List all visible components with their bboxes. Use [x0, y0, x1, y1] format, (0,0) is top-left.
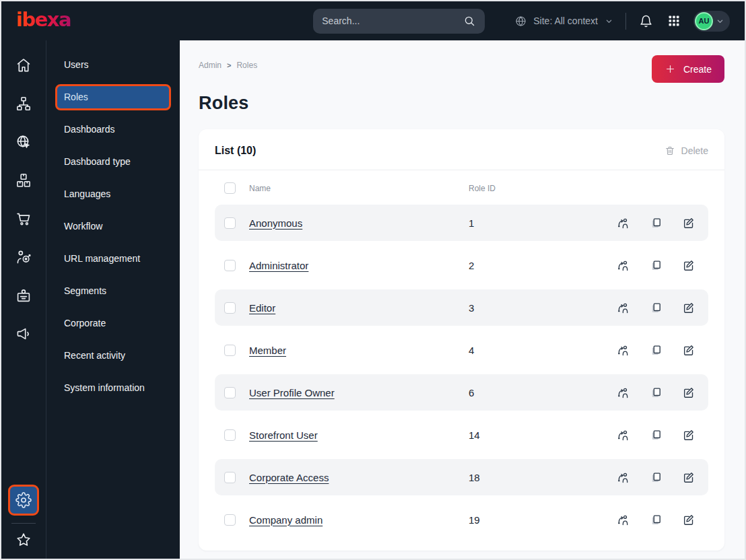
role-name-link[interactable]: Editor	[249, 302, 275, 314]
sidebar-nav-site[interactable]	[1, 123, 46, 161]
role-name-link[interactable]: Storefront User	[249, 429, 318, 441]
copy-button[interactable]	[650, 429, 663, 442]
edit-icon	[682, 302, 695, 314]
role-name-link[interactable]: Corporate Access	[249, 472, 329, 483]
edit-button[interactable]	[682, 429, 695, 442]
delete-button[interactable]: Delete	[665, 145, 708, 156]
assign-user-button[interactable]	[617, 386, 630, 399]
notifications-button[interactable]	[638, 13, 654, 30]
menu-item-url-management[interactable]: URL management	[55, 246, 171, 272]
copy-button[interactable]	[650, 386, 663, 399]
edit-button[interactable]	[682, 302, 695, 314]
edit-button[interactable]	[682, 217, 695, 230]
edit-button[interactable]	[682, 386, 695, 399]
copy-icon	[650, 302, 663, 314]
search-input[interactable]	[322, 15, 458, 26]
table-header: Name Role ID	[215, 170, 708, 205]
create-button[interactable]: Create	[652, 55, 724, 83]
role-name-link[interactable]: User Profile Owner	[249, 387, 335, 398]
role-id-value: 3	[469, 302, 617, 314]
sidebar-nav-home[interactable]	[1, 46, 46, 84]
apps-grid-button[interactable]	[666, 13, 682, 29]
row-checkbox[interactable]	[224, 514, 236, 526]
row-checkbox[interactable]	[224, 260, 236, 271]
main-content: Admin>Roles Create Roles List (10) Delet…	[180, 40, 745, 559]
role-name-link[interactable]: Administrator	[249, 260, 308, 271]
edit-button[interactable]	[682, 471, 695, 484]
app-window: ibexa Site: All context AU	[0, 0, 746, 560]
table-row: Company admin19	[215, 501, 708, 538]
edit-button[interactable]	[682, 514, 695, 526]
menu-item-roles[interactable]: Roles	[55, 84, 171, 110]
copy-button[interactable]	[650, 217, 663, 230]
select-all-checkbox[interactable]	[224, 182, 236, 194]
search-icon[interactable]	[463, 15, 476, 28]
menu-item-languages[interactable]: Languages	[55, 181, 171, 207]
copy-button[interactable]	[650, 259, 663, 272]
copy-button[interactable]	[650, 514, 663, 526]
product-catalog-icon	[15, 172, 32, 188]
chevron-down-icon	[715, 16, 725, 26]
assign-user-icon	[617, 259, 630, 272]
assign-user-button[interactable]	[617, 259, 630, 272]
breadcrumb-item-admin[interactable]: Admin	[199, 61, 222, 70]
sidebar-nav-admin-gear-highlighted[interactable]	[8, 485, 39, 516]
breadcrumb-item-roles[interactable]: Roles	[236, 61, 257, 70]
user-menu[interactable]: AU	[693, 11, 730, 32]
role-id-value: 6	[469, 387, 617, 398]
menu-item-dashboards[interactable]: Dashboards	[55, 116, 171, 143]
topbar: ibexa Site: All context AU	[1, 1, 745, 40]
assign-user-icon	[617, 514, 630, 526]
icon-sidebar	[1, 40, 46, 559]
assign-user-button[interactable]	[617, 217, 630, 230]
table-row: Storefront User14	[215, 417, 708, 453]
row-checkbox[interactable]	[224, 217, 236, 229]
row-checkbox[interactable]	[224, 472, 236, 483]
copy-icon	[650, 429, 663, 442]
table-row: Corporate Access18	[215, 459, 708, 495]
menu-item-segments[interactable]: Segments	[55, 278, 171, 304]
sidebar-nav-content-structure[interactable]	[1, 84, 46, 123]
edit-button[interactable]	[682, 344, 695, 357]
edit-button[interactable]	[682, 259, 695, 272]
site-context-selector[interactable]: Site: All context	[514, 15, 614, 28]
edit-icon	[682, 386, 695, 399]
table-row: User Profile Owner6	[215, 374, 708, 411]
menu-item-corporate[interactable]: Corporate	[55, 310, 171, 337]
menu-item-users[interactable]: Users	[55, 52, 171, 78]
assign-user-button[interactable]	[617, 471, 630, 484]
avatar: AU	[695, 12, 713, 30]
globe-icon	[514, 15, 527, 28]
role-id-value: 4	[469, 345, 617, 356]
copy-button[interactable]	[650, 471, 663, 484]
edit-icon	[682, 344, 695, 357]
menu-item-dashboard-type[interactable]: Dashboard type	[55, 149, 171, 175]
menu-item-system-information[interactable]: System information	[55, 375, 171, 401]
role-name-link[interactable]: Company admin	[249, 514, 323, 526]
menu-item-recent-activity[interactable]: Recent activity	[55, 343, 171, 369]
role-name-link[interactable]: Member	[249, 345, 286, 356]
row-checkbox[interactable]	[224, 429, 236, 441]
edit-icon	[682, 471, 695, 484]
assign-user-button[interactable]	[617, 429, 630, 442]
sidebar-nav-campaign[interactable]	[1, 314, 46, 353]
copy-icon	[650, 344, 663, 357]
sidebar-nav-commerce[interactable]	[1, 199, 46, 238]
assign-user-button[interactable]	[617, 344, 630, 357]
role-name-link[interactable]: Anonymous	[249, 217, 302, 229]
sidebar-nav-personalization[interactable]	[1, 238, 46, 276]
copy-icon	[650, 217, 663, 230]
row-checkbox[interactable]	[224, 345, 236, 356]
menu-item-workflow[interactable]: Workflow	[55, 213, 171, 240]
sidebar-nav-corporate[interactable]	[1, 276, 46, 314]
assign-user-button[interactable]	[617, 514, 630, 526]
corporate-icon	[15, 287, 32, 304]
sidebar-nav-product-catalog[interactable]	[1, 161, 46, 199]
row-checkbox[interactable]	[224, 302, 236, 314]
copy-button[interactable]	[650, 302, 663, 314]
sidebar-nav-bookmarks-star[interactable]	[11, 528, 36, 552]
column-header-name: Name	[249, 184, 469, 193]
assign-user-button[interactable]	[617, 302, 630, 314]
copy-button[interactable]	[650, 344, 663, 357]
row-checkbox[interactable]	[224, 387, 236, 398]
